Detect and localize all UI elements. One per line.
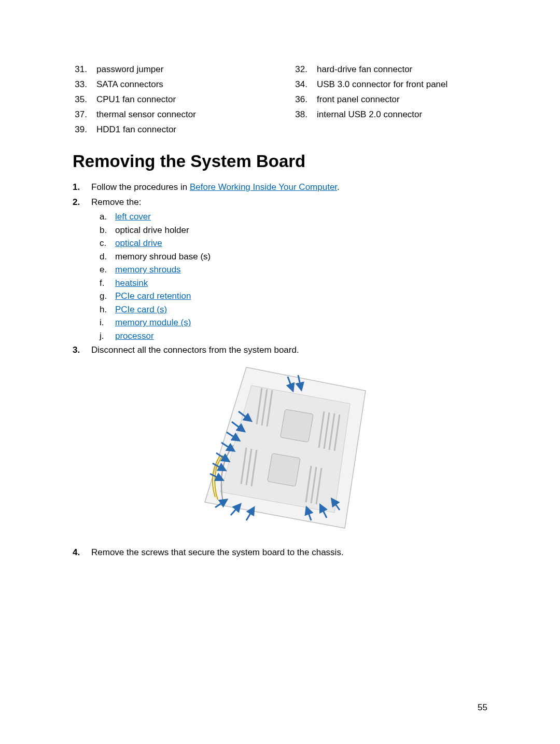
step-2-sublist: a.left cover b.optical drive holder c.op… [100,210,487,342]
step-2: 2. Remove the: [73,196,487,209]
callout-text: HDD1 fan connector [96,122,176,137]
step-number: 3. [73,343,82,357]
sub-item: f.heatsink [100,277,487,290]
sub-item: g.PCIe card retention [100,290,487,303]
callout-item: 33.SATA connectors [73,77,267,92]
callout-item: 34.USB 3.0 connector for front panel [293,77,487,92]
link-heatsink[interactable]: heatsink [115,277,148,290]
sub-item: d.memory shroud base (s) [100,250,487,264]
step-text: Remove the: [91,196,141,209]
callout-item: 38.internal USB 2.0 connector [293,107,487,122]
callout-num: 39. [73,122,87,137]
sub-letter: d. [100,250,109,264]
sub-item: b.optical drive holder [100,224,487,237]
step-3: 3. Disconnect all the connectors from th… [73,343,487,357]
svg-line-29 [246,510,253,520]
link-before-working[interactable]: Before Working Inside Your Computer [190,182,337,192]
system-board-diagram [184,362,376,539]
sub-letter: g. [100,290,109,303]
link-processor[interactable]: processor [115,329,154,343]
callout-num: 34. [293,77,307,92]
step-number: 1. [73,181,82,194]
svg-rect-4 [268,453,301,487]
sub-letter: j. [100,329,109,343]
step-4: 4. Remove the screws that secure the sys… [73,546,487,559]
sub-text: optical drive holder [115,224,189,237]
sub-letter: i. [100,316,109,329]
callout-list: 31.password jumper 32.hard-drive fan con… [73,62,487,137]
link-memory-shrouds[interactable]: memory shrouds [115,263,181,277]
document-page: 31.password jumper 32.hard-drive fan con… [0,0,560,592]
steps-list: 1. Follow the procedures in Before Worki… [73,181,487,559]
callout-num: 35. [73,92,87,107]
section-heading: Removing the System Board [73,151,487,171]
sub-item: h.PCIe card (s) [100,303,487,316]
link-pcie-retention[interactable]: PCIe card retention [115,290,191,303]
step-1: 1. Follow the procedures in Before Worki… [73,181,487,194]
callout-text: password jumper [96,62,163,77]
callout-num: 33. [73,77,87,92]
step-suffix: . [337,182,340,192]
callout-item: 39.HDD1 fan connector [73,122,267,137]
callout-text: hard-drive fan connector [317,62,412,77]
callout-item: 37.thermal sensor connector [73,107,267,122]
sub-item: c.optical drive [100,237,487,250]
sub-item: i.memory module (s) [100,316,487,329]
callout-item: 35.CPU1 fan connector [73,92,267,107]
sub-letter: b. [100,224,109,237]
link-memory-module[interactable]: memory module (s) [115,316,191,329]
callout-item: 31.password jumper [73,62,267,77]
callout-text: SATA connectors [96,77,163,92]
link-optical-drive[interactable]: optical drive [115,237,162,250]
svg-rect-3 [281,409,314,443]
link-left-cover[interactable]: left cover [115,210,151,224]
step-prefix: Follow the procedures in [91,182,190,192]
callout-text: internal USB 2.0 connector [317,107,422,122]
callout-item: 32.hard-drive fan connector [293,62,487,77]
sub-letter: a. [100,210,109,224]
sub-text: memory shroud base (s) [115,250,211,264]
step-number: 2. [73,196,82,209]
sub-letter: c. [100,237,109,250]
callout-text: USB 3.0 connector for front panel [317,77,447,92]
callout-num: 36. [293,92,307,107]
callout-num: 32. [293,62,307,77]
link-pcie-card[interactable]: PCIe card (s) [115,303,167,316]
step-number: 4. [73,546,82,559]
sub-letter: f. [100,277,109,290]
sub-letter: h. [100,303,109,316]
sub-item: e.memory shrouds [100,263,487,277]
page-number: 55 [478,702,487,713]
step-text: Remove the screws that secure the system… [91,546,344,559]
callout-text: thermal sensor connector [96,107,196,122]
step-text: Follow the procedures in Before Working … [91,181,340,194]
callout-item: 36.front panel connector [293,92,487,107]
sub-item: j.processor [100,329,487,343]
sub-letter: e. [100,263,109,277]
step-text: Disconnect all the connectors from the s… [91,343,299,357]
sub-item: a.left cover [100,210,487,224]
callout-num: 38. [293,107,307,122]
callout-text: CPU1 fan connector [96,92,176,107]
callout-text: front panel connector [317,92,400,107]
callout-num: 37. [73,107,87,122]
callout-num: 31. [73,62,87,77]
